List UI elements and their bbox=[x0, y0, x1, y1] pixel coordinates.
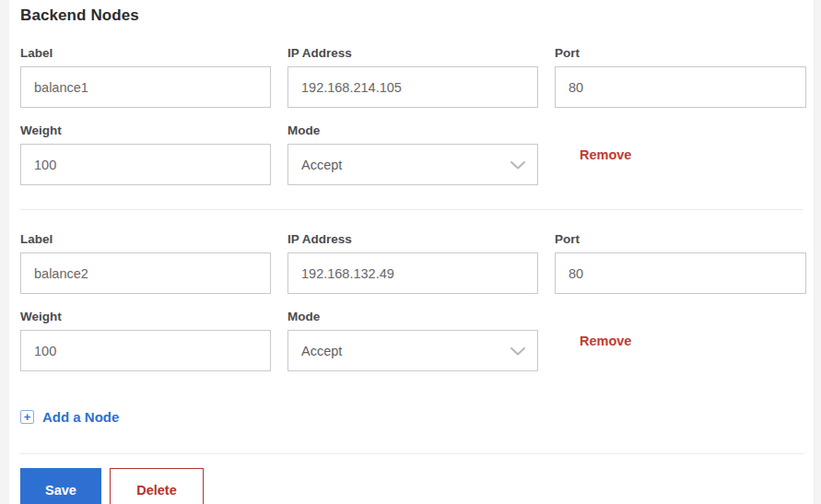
plus-icon: + bbox=[20, 410, 34, 424]
weight-field-label: Weight bbox=[20, 123, 271, 137]
add-node-label: Add a Node bbox=[42, 409, 119, 425]
node-entry-2: Label IP Address Port Weight M bbox=[20, 232, 803, 371]
remove-cell: Remove bbox=[555, 310, 806, 371]
remove-cell: Remove bbox=[555, 123, 806, 185]
remove-node-link[interactable]: Remove bbox=[580, 334, 631, 348]
ip-field-group: IP Address bbox=[287, 232, 538, 294]
label-input[interactable] bbox=[20, 252, 271, 294]
mode-select-value: Accept bbox=[301, 344, 342, 358]
weight-input[interactable] bbox=[20, 144, 271, 185]
mode-field-label: Mode bbox=[287, 310, 538, 323]
delete-button[interactable]: Delete bbox=[110, 468, 204, 504]
ip-address-input[interactable] bbox=[287, 252, 538, 294]
mode-select[interactable]: Accept bbox=[287, 144, 538, 185]
ip-address-input[interactable] bbox=[287, 66, 538, 108]
port-input[interactable] bbox=[555, 66, 806, 108]
port-field-group: Port bbox=[555, 232, 806, 294]
form-actions: Save Delete bbox=[20, 468, 803, 504]
add-node-button[interactable]: + Add a Node bbox=[20, 409, 119, 425]
chevron-down-icon bbox=[510, 347, 525, 356]
label-input[interactable] bbox=[20, 66, 271, 108]
weight-field-label: Weight bbox=[20, 310, 271, 323]
mode-field-group: Mode Accept bbox=[287, 310, 538, 371]
ip-field-label: IP Address bbox=[287, 46, 538, 60]
mode-select-value: Accept bbox=[301, 158, 342, 172]
port-field-label: Port bbox=[555, 46, 806, 60]
chevron-down-icon bbox=[510, 161, 525, 170]
remove-node-link[interactable]: Remove bbox=[580, 147, 631, 162]
mode-select[interactable]: Accept bbox=[287, 330, 538, 371]
node-divider bbox=[20, 209, 803, 210]
mode-field-group: Mode Accept bbox=[287, 123, 538, 185]
port-input[interactable] bbox=[555, 252, 806, 294]
page-title: Backend Nodes bbox=[20, 0, 803, 25]
node-entry-1: Label IP Address Port Weight M bbox=[20, 46, 803, 185]
weight-field-group: Weight bbox=[20, 310, 271, 371]
ip-field-group: IP Address bbox=[287, 46, 538, 108]
footer-divider bbox=[20, 453, 803, 454]
label-field-group: Label bbox=[20, 46, 271, 108]
save-button[interactable]: Save bbox=[20, 468, 101, 504]
ip-field-label: IP Address bbox=[287, 232, 538, 246]
weight-input[interactable] bbox=[20, 330, 271, 371]
backend-nodes-panel: Backend Nodes Label IP Address Port bbox=[9, 0, 815, 504]
port-field-group: Port bbox=[555, 46, 806, 108]
label-field-group: Label bbox=[20, 232, 271, 294]
label-field-label: Label bbox=[20, 232, 271, 246]
mode-field-label: Mode bbox=[287, 123, 538, 137]
label-field-label: Label bbox=[20, 46, 271, 60]
page: Backend Nodes Label IP Address Port bbox=[0, 0, 821, 504]
port-field-label: Port bbox=[555, 232, 806, 246]
weight-field-group: Weight bbox=[20, 123, 271, 185]
